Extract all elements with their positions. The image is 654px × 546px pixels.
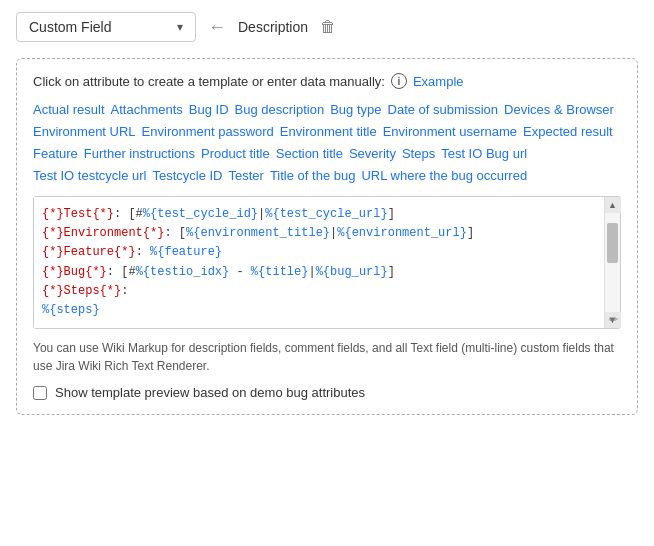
scroll-up-button[interactable]: ▲ xyxy=(605,197,621,213)
attribute-tag[interactable]: Date of submission xyxy=(388,101,499,118)
attribute-tag[interactable]: Actual result xyxy=(33,101,105,118)
attribute-tag[interactable]: Further instructions xyxy=(84,145,195,162)
checkbox-row: Show template preview based on demo bug … xyxy=(33,385,621,400)
wiki-notice: You can use Wiki Markup for description … xyxy=(33,339,621,375)
attribute-tag[interactable]: Bug description xyxy=(235,101,325,118)
tags-area: Actual resultAttachmentsBug IDBug descri… xyxy=(33,101,621,184)
attribute-tag[interactable]: Title of the bug xyxy=(270,167,356,184)
preview-checkbox-label[interactable]: Show template preview based on demo bug … xyxy=(55,385,365,400)
preview-checkbox[interactable] xyxy=(33,386,47,400)
scroll-track xyxy=(605,213,620,312)
header: Custom Field ▾ ← Description 🗑 xyxy=(16,12,638,42)
attribute-tag[interactable]: Test IO testcycle url xyxy=(33,167,146,184)
editor-wrapper: {*}Test{*}: [#%{test_cycle_id}|%{test_cy… xyxy=(33,196,621,329)
attribute-tag[interactable]: Expected result xyxy=(523,123,613,140)
scrollbar[interactable]: ▲ ▼ xyxy=(604,197,620,328)
attribute-tag[interactable]: Environment password xyxy=(142,123,274,140)
attribute-tag[interactable]: URL where the bug occurred xyxy=(361,167,527,184)
editor-line: {*}Feature{*}: %{feature} xyxy=(42,243,590,262)
chevron-down-icon: ▾ xyxy=(177,20,183,34)
instruction-line: Click on attribute to create a template … xyxy=(33,73,621,89)
attribute-tag[interactable]: Devices & Browser xyxy=(504,101,614,118)
editor-line: %{steps} xyxy=(42,301,590,320)
description-label: Description xyxy=(238,19,308,35)
attribute-tag[interactable]: Tester xyxy=(229,167,264,184)
edit-icon[interactable]: ✏ xyxy=(609,313,618,326)
attribute-tag[interactable]: Attachments xyxy=(111,101,183,118)
custom-field-dropdown[interactable]: Custom Field ▾ xyxy=(16,12,196,42)
attribute-tag[interactable]: Steps xyxy=(402,145,435,162)
attribute-tag[interactable]: Severity xyxy=(349,145,396,162)
editor-line: {*}Bug{*}: [#%{testio_idx} - %{title}|%{… xyxy=(42,263,590,282)
delete-button[interactable]: 🗑 xyxy=(316,18,340,36)
attribute-tag[interactable]: Test IO Bug url xyxy=(441,145,527,162)
attribute-tag[interactable]: Section title xyxy=(276,145,343,162)
attribute-tag[interactable]: Environment URL xyxy=(33,123,136,140)
attribute-tag[interactable]: Environment title xyxy=(280,123,377,140)
main-container: Click on attribute to create a template … xyxy=(16,58,638,415)
example-link[interactable]: Example xyxy=(413,74,464,89)
editor-line: {*}Environment{*}: [%{environment_title}… xyxy=(42,224,590,243)
info-icon: i xyxy=(391,73,407,89)
attribute-tag[interactable]: Bug type xyxy=(330,101,381,118)
editor-content[interactable]: {*}Test{*}: [#%{test_cycle_id}|%{test_cy… xyxy=(34,197,620,328)
back-arrow-button[interactable]: ← xyxy=(204,17,230,38)
instruction-text: Click on attribute to create a template … xyxy=(33,74,385,89)
attribute-tag[interactable]: Feature xyxy=(33,145,78,162)
attribute-tag[interactable]: Product title xyxy=(201,145,270,162)
attribute-tag[interactable]: Testcycle ID xyxy=(152,167,222,184)
editor-line: {*}Test{*}: [#%{test_cycle_id}|%{test_cy… xyxy=(42,205,590,224)
dropdown-label: Custom Field xyxy=(29,19,111,35)
attribute-tag[interactable]: Bug ID xyxy=(189,101,229,118)
attribute-tag[interactable]: Environment username xyxy=(383,123,517,140)
editor-line: {*}Steps{*}: xyxy=(42,282,590,301)
scroll-thumb[interactable] xyxy=(607,223,618,263)
